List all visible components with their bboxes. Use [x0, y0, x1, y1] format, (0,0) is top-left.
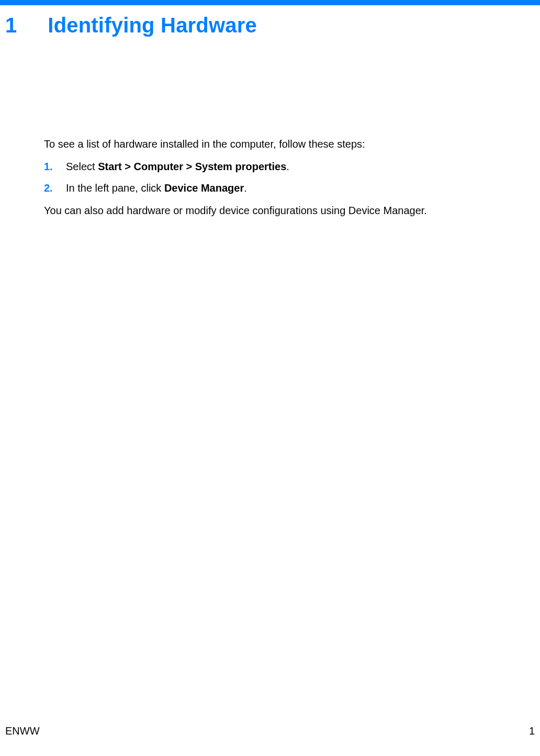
footer-right: 1: [529, 725, 535, 737]
step-bold: Device Manager: [164, 182, 244, 194]
document-page: 1 Identifying Hardware To see a list of …: [0, 0, 540, 756]
outro-paragraph: You can also add hardware or modify devi…: [44, 204, 530, 218]
step-item: 1. Select Start > Computer > System prop…: [44, 160, 530, 174]
step-pre: Select: [66, 161, 98, 172]
top-rule: [0, 0, 540, 5]
chapter-number: 1: [5, 14, 42, 37]
step-text: Select Start > Computer > System propert…: [66, 160, 530, 174]
step-item: 2. In the left pane, click Device Manage…: [44, 181, 530, 195]
step-bold: Start > Computer > System properties: [98, 161, 286, 172]
chapter-title: Identifying Hardware: [48, 14, 257, 37]
step-post: .: [286, 161, 289, 172]
steps-list: 1. Select Start > Computer > System prop…: [44, 160, 530, 195]
chapter-heading: 1 Identifying Hardware: [5, 14, 257, 37]
step-marker: 2.: [44, 181, 66, 195]
intro-paragraph: To see a list of hardware installed in t…: [44, 137, 530, 151]
step-text: In the left pane, click Device Manager.: [66, 181, 530, 195]
step-post: .: [244, 182, 247, 194]
body-content: To see a list of hardware installed in t…: [44, 137, 530, 226]
footer-left: ENWW: [5, 725, 40, 737]
step-pre: In the left pane, click: [66, 182, 164, 194]
step-marker: 1.: [44, 160, 66, 174]
page-footer: ENWW 1: [5, 725, 535, 737]
